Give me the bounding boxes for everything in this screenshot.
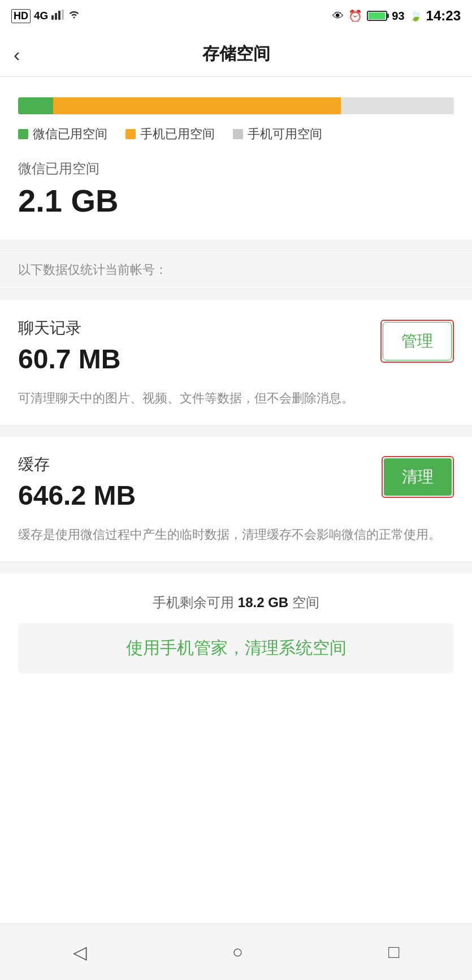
- battery-icon: [367, 11, 387, 21]
- cache-title: 缓存: [18, 454, 370, 475]
- leaf-icon: 🍃: [409, 10, 422, 22]
- section-note: 以下数据仅统计当前帐号：: [0, 251, 472, 289]
- legend-phone-label: 手机已用空间: [140, 126, 215, 143]
- main-content: 微信已用空间 手机已用空间 手机可用空间 微信已用空间 2.1 GB 以下数据仅…: [0, 77, 472, 923]
- cache-header: 缓存 646.2 MB 清理: [18, 454, 454, 519]
- cache-desc: 缓存是使用微信过程中产生的临时数据，清理缓存不会影响微信的正常使用。: [18, 525, 454, 544]
- cache-section: 缓存 646.2 MB 清理 缓存是使用微信过程中产生的临时数据，清理缓存不会影…: [0, 437, 472, 562]
- spacer-1: [0, 239, 472, 251]
- back-button[interactable]: ‹: [14, 45, 20, 64]
- wechat-used-value: 2.1 GB: [18, 182, 454, 219]
- legend-free-label: 手机可用空间: [248, 126, 322, 143]
- eye-icon: 👁: [332, 10, 344, 23]
- chat-records-title: 聊天记录: [18, 317, 369, 339]
- cache-value: 646.2 MB: [18, 480, 370, 511]
- signal-4g-icon: 4G: [34, 10, 48, 22]
- nav-back-button[interactable]: ◁: [50, 932, 110, 972]
- chat-records-value: 60.7 MB: [18, 343, 369, 375]
- svg-rect-3: [62, 10, 64, 20]
- legend: 微信已用空间 手机已用空间 手机可用空间: [18, 126, 454, 143]
- manage-button[interactable]: 管理: [383, 322, 452, 360]
- phone-available-prefix: 手机剩余可用: [153, 595, 234, 610]
- wechat-used-label: 微信已用空间: [18, 160, 454, 178]
- spacer-4: [0, 562, 472, 573]
- phone-available-text: 手机剩余可用 18.2 GB 空间: [18, 594, 454, 612]
- nav-home-button[interactable]: ○: [210, 932, 266, 972]
- bottom-nav: ◁ ○ □: [0, 923, 472, 980]
- legend-phone: 手机已用空间: [125, 126, 215, 143]
- clear-button[interactable]: 清理: [384, 458, 452, 496]
- legend-dot-gray: [233, 129, 243, 139]
- manage-phone-button[interactable]: 使用手机管家，清理系统空间: [18, 623, 454, 673]
- nav-recent-button[interactable]: □: [366, 932, 422, 972]
- signal-bars-icon: [51, 8, 64, 23]
- cache-left: 缓存 646.2 MB: [18, 454, 370, 519]
- svg-rect-0: [51, 15, 54, 20]
- wifi-icon: [67, 8, 81, 23]
- alarm-icon: ⏰: [348, 9, 362, 23]
- svg-rect-2: [58, 11, 60, 20]
- legend-dot-green: [18, 129, 28, 139]
- phone-available-unit: 空间: [292, 595, 319, 610]
- chat-records-desc: 可清理聊天中的图片、视频、文件等数据，但不会删除消息。: [18, 388, 454, 408]
- spacer-3: [0, 425, 472, 437]
- svg-rect-1: [55, 13, 57, 20]
- clock: 14:23: [426, 8, 461, 24]
- bar-free: [341, 97, 454, 114]
- chat-records-header: 聊天记录 60.7 MB 管理: [18, 317, 454, 382]
- chat-records-left: 聊天记录 60.7 MB: [18, 317, 369, 382]
- status-right-icons: 👁 ⏰ 93 🍃 14:23: [332, 8, 461, 24]
- page-title: 存储空间: [202, 42, 270, 66]
- spacer-2: [0, 289, 472, 300]
- status-bar: HD 4G 👁 ⏰ 93 🍃 14:23: [0, 0, 472, 32]
- phone-available-section: 手机剩余可用 18.2 GB 空间 使用手机管家，清理系统空间: [0, 573, 472, 685]
- status-left-icons: HD 4G: [11, 8, 81, 23]
- bar-wechat: [18, 97, 53, 114]
- bar-phone: [53, 97, 341, 114]
- storage-overview: 微信已用空间 手机已用空间 手机可用空间 微信已用空间 2.1 GB: [0, 77, 472, 239]
- battery-percent: 93: [392, 10, 404, 23]
- legend-wechat-label: 微信已用空间: [33, 126, 107, 143]
- storage-bar: [18, 97, 454, 114]
- phone-available-value: 18.2 GB: [238, 595, 288, 610]
- legend-dot-yellow: [125, 129, 136, 139]
- nav-bar: ‹ 存储空间: [0, 32, 472, 77]
- hd-icon: HD: [11, 9, 31, 23]
- clear-button-wrapper: 清理: [382, 456, 454, 498]
- legend-wechat: 微信已用空间: [18, 126, 107, 143]
- manage-button-wrapper: 管理: [380, 320, 454, 363]
- legend-free: 手机可用空间: [233, 126, 322, 143]
- chat-records-section: 聊天记录 60.7 MB 管理 可清理聊天中的图片、视频、文件等数据，但不会删除…: [0, 300, 472, 425]
